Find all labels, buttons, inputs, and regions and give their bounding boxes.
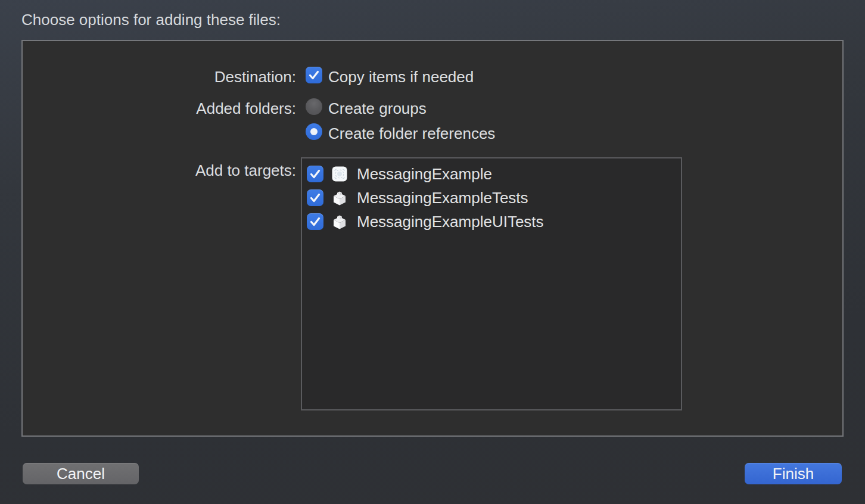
target-checkbox[interactable] <box>307 166 323 182</box>
dialog-title: Choose options for adding these files: <box>21 11 281 29</box>
target-name: MessagingExample <box>357 165 492 183</box>
add-files-options-dialog: Choose options for adding these files: D… <box>0 0 865 504</box>
create-folder-references-radio[interactable] <box>306 123 322 140</box>
options-panel: Destination: Copy items if needed Added … <box>21 40 844 437</box>
targets-list[interactable]: MessagingExample <box>301 157 682 410</box>
copy-items-label[interactable]: Copy items if needed <box>328 68 474 86</box>
target-row-messaging-example-ui-tests[interactable]: MessagingExampleUITests <box>302 210 681 234</box>
added-folders-label: Added folders: <box>23 99 296 117</box>
target-name: MessagingExampleTests <box>357 189 528 207</box>
target-row-messaging-example[interactable]: MessagingExample <box>302 162 681 186</box>
checkmark-icon <box>307 189 323 206</box>
checkmark-icon <box>307 166 323 182</box>
test-bundle-icon <box>332 214 347 229</box>
finish-button[interactable]: Finish <box>745 463 842 484</box>
add-to-targets-label: Add to targets: <box>23 161 296 179</box>
target-checkbox[interactable] <box>307 213 323 230</box>
create-groups-label[interactable]: Create groups <box>328 99 427 117</box>
target-checkbox[interactable] <box>307 189 323 206</box>
checkmark-icon <box>307 213 323 230</box>
destination-label: Destination: <box>23 68 296 86</box>
create-groups-radio[interactable] <box>306 98 322 115</box>
checkmark-icon <box>306 67 322 83</box>
create-folder-references-label[interactable]: Create folder references <box>328 125 495 142</box>
cancel-button[interactable]: Cancel <box>23 463 139 484</box>
copy-items-checkbox[interactable] <box>306 67 322 83</box>
target-row-messaging-example-tests[interactable]: MessagingExampleTests <box>302 186 681 210</box>
app-icon <box>332 166 347 182</box>
test-bundle-icon <box>332 190 347 206</box>
target-name: MessagingExampleUITests <box>357 213 544 231</box>
radio-selected-dot <box>310 128 318 135</box>
